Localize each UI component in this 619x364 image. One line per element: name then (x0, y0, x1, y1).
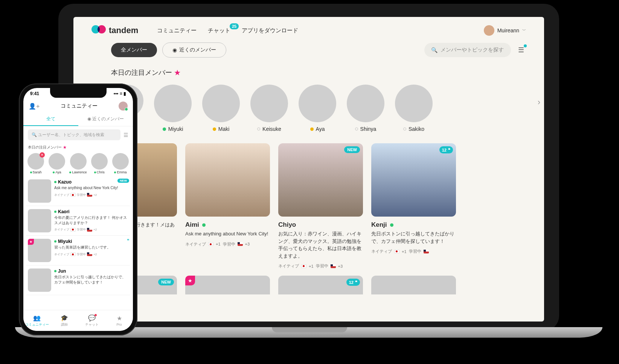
story-avatar (250, 85, 288, 122)
plus-count: +1 (216, 242, 221, 246)
story-item[interactable]: ✕ Sarah (26, 153, 45, 174)
nav-community[interactable]: コミュニティー (157, 27, 197, 34)
status-online-icon (30, 171, 32, 173)
native-label: ネイティブ (278, 263, 299, 269)
search-input[interactable]: 🔍 メンバーやトピックを探す (424, 43, 511, 57)
search-placeholder: ユーザー名、トピック、地域を検索 (38, 132, 104, 137)
native-label: ネイティブ (371, 249, 392, 254)
story-item[interactable]: Miyuki (154, 85, 192, 132)
status-online-icon (69, 171, 71, 173)
member-card[interactable]: 12 ❝ Kenji 先日ボストンに引っ越してきたばかりで、カフェ仲間を探してい… (371, 143, 456, 269)
flag-jp-icon (70, 193, 76, 197)
stories-next-button[interactable]: › (538, 97, 540, 107)
brand-name: tandem (109, 26, 138, 35)
story-item[interactable]: Lawrence (69, 153, 87, 174)
nav-download[interactable]: アプリをダウンロード (242, 27, 298, 34)
tab-nearby[interactable]: ◉ 近くのメンバー (78, 113, 133, 126)
flag-us-icon (331, 264, 336, 268)
nav-chat[interactable]: チャット 25 (208, 27, 230, 34)
nav-chat[interactable]: 💬 チャット (78, 310, 106, 331)
story-item[interactable]: Shinya (347, 85, 384, 132)
member-bio: Ask me anything about New York City! (185, 230, 270, 238)
status-online-icon (390, 223, 393, 227)
status-online-icon (54, 240, 56, 243)
learning-label: 学習中 (223, 241, 235, 247)
filter-all[interactable]: 全メンバー (111, 43, 157, 57)
nav-label: 講師 (61, 322, 68, 327)
member-card[interactable]: Aimi Ask me anything about New York City… (185, 143, 270, 269)
new-badge: NEW (117, 179, 129, 183)
story-item[interactable]: Keisuke (250, 85, 288, 132)
story-avatar (154, 85, 192, 122)
featured-title: 本日の注目メンバー (111, 69, 172, 76)
flag-jp-icon (301, 264, 306, 268)
search-placeholder: メンバーやトピックを探す (441, 47, 504, 53)
story-name: Chris (97, 170, 105, 174)
filter-row: 全メンバー ◉ 近くのメンバー 🔍 メンバーやトピックを探す ☰ (73, 42, 544, 61)
member-name: Miyuki (58, 239, 72, 244)
story-name: Aya (316, 126, 325, 132)
count-value: 12 (349, 280, 354, 285)
add-friend-icon[interactable]: 👤+ (29, 103, 40, 110)
bottom-nav: 👥 コミュニティー 🎓 講師 💬 チャット ★ Pro (23, 310, 133, 331)
story-item[interactable]: Maki (202, 85, 240, 132)
logo[interactable]: tandem (91, 25, 138, 36)
nav-tutors[interactable]: 🎓 講師 (51, 310, 78, 331)
filter-nearby-label: 近くのメンバー (179, 47, 216, 53)
story-avatar (49, 153, 65, 170)
desktop-screen: tandem コミュニティー チャット 25 アプリをダウンロード Muirea… (73, 17, 544, 322)
story-item[interactable]: Sakiko (395, 85, 433, 132)
story-item[interactable]: Aya (47, 153, 66, 174)
list-item[interactable]: ★ Miyuki 習った英単語を練習したいです。 ネイティブ 学習中 +2 ❝ (26, 236, 130, 265)
plus-count: +1 (402, 249, 407, 254)
search-row: 🔍 ユーザー名、トピック、地域を検索 ☰ (23, 126, 133, 143)
story-avatar (91, 153, 108, 170)
cards-peek-row: NEW ★ 12 ❝ (73, 269, 544, 294)
nav-community[interactable]: 👥 コミュニティー (23, 310, 51, 331)
user-menu[interactable]: Muireann ﹀ (484, 25, 526, 36)
member-card-peek[interactable] (371, 276, 456, 294)
story-avatar (202, 85, 240, 122)
language-meta: ネイティブ +1 学習中 (371, 249, 456, 254)
featured-heading: 本日の注目メンバー ★ (23, 143, 133, 152)
chevron-down-icon: ﹀ (522, 28, 526, 33)
quote-icon: ❝ (127, 238, 129, 243)
search-input[interactable]: 🔍 ユーザー名、トピック、地域を検索 (28, 129, 120, 140)
member-card[interactable]: NEW Chiyo お気に入り：赤ワイン、漫画、ハイキング、愛犬のマックス。英語… (278, 143, 363, 269)
plus-count: +1 (309, 264, 314, 268)
list-item[interactable]: Jun 先日ボストンに引っ越してきたばかりで、カフェ仲間を探しています！ (26, 265, 130, 295)
list-item[interactable]: Kaori 今年の夏にアメリカに行きます！ 何かオススメはありますか？ ネイティ… (26, 206, 130, 236)
filter-settings-button[interactable]: ☰ (516, 45, 526, 55)
flag-jp-icon (208, 242, 213, 246)
quote-icon: ❝ (448, 147, 450, 152)
story-item[interactable]: Chris (90, 153, 109, 174)
story-name: Lawrence (72, 170, 87, 174)
nav-pro[interactable]: ★ Pro (105, 310, 133, 331)
flag-us-icon (87, 228, 92, 232)
status-online-icon (114, 171, 116, 173)
story-name: Keisuke (262, 126, 281, 132)
header: tandem コミュニティー チャット 25 アプリをダウンロード Muirea… (73, 17, 544, 42)
close-icon[interactable]: ✕ (40, 152, 45, 158)
star-badge-icon: ★ (185, 276, 195, 285)
user-avatar[interactable] (119, 102, 128, 111)
sliders-icon[interactable]: ☰ (123, 132, 128, 138)
laptop-hinge (272, 327, 347, 332)
story-item[interactable]: Aya (299, 85, 336, 132)
tab-all[interactable]: 全て (23, 113, 78, 126)
filter-nearby[interactable]: ◉ 近くのメンバー (162, 42, 226, 58)
new-badge: NEW (344, 146, 360, 153)
member-card-peek[interactable]: 12 ❝ (278, 276, 363, 294)
nav-label: チャット (85, 322, 99, 327)
member-card-peek[interactable]: ★ (185, 276, 270, 294)
member-list: Kazuo Ask me anything about New York Cit… (23, 176, 133, 296)
story-item[interactable]: Emma (111, 153, 130, 174)
list-item[interactable]: Kazuo Ask me anything about New York Cit… (26, 176, 130, 206)
learning-label: 学習中 (409, 249, 421, 254)
stories-row: ✕ Sarah Aya Lawrence Chris Emma (23, 152, 133, 176)
status-offline-icon (257, 127, 260, 130)
nav-label: コミュニティー (25, 322, 49, 327)
pin-icon: ◉ (87, 116, 92, 121)
member-name: Chiyo (278, 221, 296, 229)
member-bio: 習った英単語を練習したいです。 (54, 245, 128, 250)
